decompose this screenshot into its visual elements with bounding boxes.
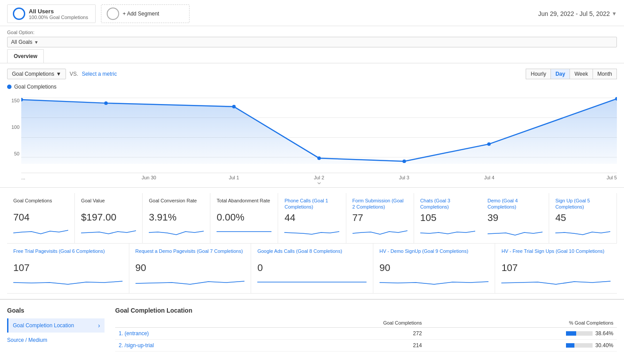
x-label-1: Jun 30 <box>106 175 191 180</box>
metric-name-3: Total Abandonment Rate <box>217 197 271 210</box>
bottom-section: Goals Goal Completion Location › Source … <box>0 299 624 359</box>
metric-name-13[interactable]: HV - Free Trial Sign Ups (Goal 10 Comple… <box>501 248 611 260</box>
goals-item-1-wrap: Source / Medium <box>7 334 105 346</box>
table-header: Goal Completion Location <box>115 307 617 314</box>
chart-point-1 <box>104 101 108 105</box>
expand-icon[interactable]: ⌄ <box>316 177 322 186</box>
legend-label: Goal Completions <box>14 84 56 90</box>
top-bar: All Users 100.00% Goal Completions + Add… <box>0 0 624 26</box>
metric-card-5: Form Submission (Goal 2 Completions) 77 <box>346 193 414 244</box>
x-label-5: Jul 4 <box>447 175 532 180</box>
chart-x-labels: ... Jun 30 Jul 1 Jul 2 ⌄ Jul 3 Jul 4 Jul… <box>21 173 617 182</box>
row-url-0: (entrance) <box>124 330 149 337</box>
date-range-arrow: ▼ <box>612 11 617 17</box>
y-label-150: 150 <box>9 98 19 103</box>
metric-sparkline-1 <box>81 225 136 238</box>
segment-subtitle: 100.00% Goal Completions <box>29 15 88 20</box>
metric-selector: Goal Completions ▼ VS. Select a metric <box>7 69 117 79</box>
metric-card-13: HV - Free Trial Sign Ups (Goal 10 Comple… <box>495 244 617 294</box>
time-btn-month[interactable]: Month <box>593 69 617 79</box>
metric-name-9[interactable]: Free Trial Pagevisits (Goal 6 Completion… <box>13 248 123 260</box>
metric-sparkline-13 <box>501 275 611 289</box>
metric-card-3: Total Abandonment Rate 0.00% <box>210 193 278 244</box>
table-cell-pct-1: 30.40% <box>426 339 617 351</box>
metric-card-7: Demo (Goal 4 Completions) 39 <box>481 193 549 244</box>
chart-point-3 <box>318 156 321 160</box>
date-range-selector[interactable]: Jun 29, 2022 - Jul 5, 2022 ▼ <box>538 10 617 17</box>
goal-option-label: Goal Option: <box>7 30 617 35</box>
goals-title: Goals <box>7 307 105 314</box>
y-label-100: 100 <box>9 124 19 130</box>
metric-card-6: Chats (Goal 3 Completions) 105 <box>414 193 481 244</box>
metric-sparkline-2 <box>149 225 204 238</box>
bar-fill-0 <box>566 331 576 336</box>
metric-value-4: 44 <box>284 212 339 224</box>
chart-point-5 <box>487 142 491 146</box>
x-label-0: ... <box>21 175 106 180</box>
metric-card-2: Goal Conversion Rate 3.91% <box>143 193 210 244</box>
tab-overview[interactable]: Overview <box>7 49 44 63</box>
legend-dot <box>7 85 12 89</box>
goals-item-0[interactable]: Goal Completion Location › <box>7 318 105 333</box>
metric-value-10: 90 <box>136 262 245 274</box>
row-rank-1: 2. <box>119 342 123 349</box>
table-cell-completions-1: 214 <box>264 339 425 351</box>
metric-sparkline-7 <box>488 225 543 239</box>
goals-item-link-1[interactable]: Source / Medium <box>7 337 47 343</box>
metric-name-7[interactable]: Demo (Goal 4 Completions) <box>488 197 543 210</box>
time-btn-week[interactable]: Week <box>570 69 593 79</box>
metrics-grid: Goal Completions 704 Goal Value $197.00 … <box>0 187 624 299</box>
metric-value-0: 704 <box>13 212 68 223</box>
bar-wrap-1 <box>566 343 593 348</box>
goal-select-value: All Goals <box>11 39 32 45</box>
metric-name-5[interactable]: Form Submission (Goal 2 Completions) <box>353 197 407 210</box>
metric-name-4[interactable]: Phone Calls (Goal 1 Completions) <box>284 197 339 210</box>
segments-container: All Users 100.00% Goal Completions + Add… <box>7 4 190 23</box>
x-label-2: Jul 1 <box>191 175 276 180</box>
metric-value-8: 45 <box>555 212 610 224</box>
metric-value-12: 90 <box>380 262 489 274</box>
goal-select-caret: ▼ <box>34 40 39 45</box>
select-metric-link[interactable]: Select a metric <box>82 71 117 77</box>
chart-container: ... Jun 30 Jul 1 Jul 2 ⌄ Jul 3 Jul 4 Jul… <box>21 93 617 182</box>
th-url <box>115 318 264 328</box>
metric-sparkline-0 <box>13 225 68 238</box>
vs-label: VS. <box>70 71 78 77</box>
bar-cell-1: 30.40% <box>429 342 613 349</box>
metric-sparkline-9 <box>13 275 123 289</box>
metric-name-11[interactable]: Google Ads Calls (Goal 8 Completions) <box>257 248 367 260</box>
metric-name-10[interactable]: Request a Demo Pagevisits (Goal 7 Comple… <box>136 248 245 260</box>
table-cell-pct-0: 38.64% <box>426 327 617 339</box>
metric-card-9: Free Trial Pagevisits (Goal 6 Completion… <box>7 244 129 294</box>
metric-value-7: 39 <box>488 212 543 224</box>
th-pct: % Goal Completions <box>426 318 617 328</box>
metric-card-0: Goal Completions 704 <box>7 193 75 244</box>
x-label-6: Jul 5 <box>532 175 617 180</box>
metric-name-12[interactable]: HV - Demo SignUp (Goal 9 Completions) <box>380 248 489 260</box>
segment-icon <box>13 8 25 20</box>
metric-sparkline-6 <box>420 225 475 239</box>
tab-bar: Overview <box>0 49 624 63</box>
metric-name-0: Goal Completions <box>13 197 68 210</box>
chart-section: Goal Completions ▼ VS. Select a metric H… <box>0 63 624 187</box>
time-btn-hourly[interactable]: Hourly <box>526 69 551 79</box>
metric-name-8[interactable]: Sign Up (Goal 5 Completions) <box>555 197 610 210</box>
chart-area <box>21 93 617 173</box>
metric-caret: ▼ <box>56 71 61 77</box>
add-segment-button[interactable]: + Add Segment <box>101 4 190 23</box>
metric-dropdown[interactable]: Goal Completions ▼ <box>7 69 66 79</box>
metric-card-8: Sign Up (Goal 5 Completions) 45 <box>549 193 617 244</box>
time-btn-day[interactable]: Day <box>551 69 570 79</box>
table-cell-url-1[interactable]: 2. /sign-up-trial <box>115 339 264 351</box>
goals-item-label-0: Goal Completion Location <box>13 322 74 329</box>
metric-name-6[interactable]: Chats (Goal 3 Completions) <box>420 197 475 210</box>
chart-legend: Goal Completions <box>7 84 617 90</box>
metric-sparkline-12 <box>380 275 489 289</box>
metric-value-11: 0 <box>257 262 367 274</box>
goal-select-dropdown[interactable]: All Goals ▼ <box>7 37 617 47</box>
all-users-segment[interactable]: All Users 100.00% Goal Completions <box>7 4 96 23</box>
metric-value-9: 107 <box>13 262 123 274</box>
table-cell-url-0[interactable]: 1. (entrance) <box>115 327 264 339</box>
row-url-1: /sign-up-trial <box>124 342 154 349</box>
chart-point-2 <box>232 105 236 108</box>
